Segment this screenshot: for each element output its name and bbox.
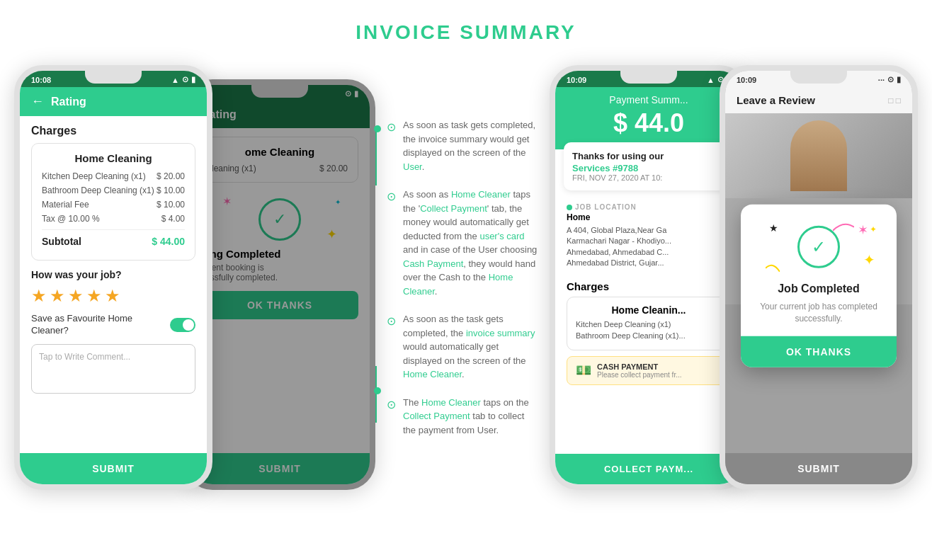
conn-line-2 <box>375 366 377 423</box>
charges-section-2: Charges Home Cleanin... Kitchen Deep Cle… <box>555 275 742 356</box>
time-3: 10:09 <box>567 76 586 84</box>
submit-button-1[interactable]: SUBMIT <box>20 453 207 484</box>
charge-row-4: Tax @ 10.00 % $ 4.00 <box>42 214 185 224</box>
status-icons-4: ··· ⊙ ▮ <box>878 75 901 84</box>
p3-service-title: Home Cleanin... <box>576 304 722 316</box>
header-title-1: Rating <box>51 96 86 108</box>
confetti-star-1: ★ <box>769 222 778 234</box>
battery-icon-2: ▮ <box>354 89 358 98</box>
payment-header: Payment Summ... $ 44.0 <box>555 87 742 149</box>
popup-title: Job Completed <box>755 282 882 295</box>
desc-1: ⊙ As soon as task gets completed, the in… <box>387 118 538 173</box>
desc-3: ⊙ As soon as the task gets completed, th… <box>387 312 538 382</box>
popup-celebration: ★ ✶ ✦ ✦ ✓ <box>755 219 882 275</box>
desc-text-1: As soon as task gets completed, the invo… <box>403 118 538 173</box>
item-name-3: Material Fee <box>42 200 89 210</box>
conn-dot-1 <box>374 125 381 132</box>
date-text: FRI, NOV 27, 2020 AT 10: <box>572 173 725 182</box>
desc-2: ⊙ As soon as Home Cleaner taps the 'Coll… <box>387 188 538 298</box>
fav-row: Save as Favourite Home Cleaner? <box>31 313 195 337</box>
desc-icon-4: ⊙ <box>387 396 396 438</box>
confetti-star-2: ✶ <box>858 222 868 238</box>
subtotal-label: Subtotal <box>42 236 81 247</box>
charges-section: Charges Home Cleaning Kitchen Deep Clean… <box>20 116 207 402</box>
notch-4 <box>790 71 847 84</box>
signal-icon-3: ▲ <box>707 76 715 84</box>
location-name: Home <box>567 212 731 222</box>
status-icons-2: ⊙ ▮ <box>345 89 358 98</box>
star-rating[interactable]: ★ ★ ★ ★ ★ <box>31 286 195 306</box>
rating-label: How was your job? <box>31 269 195 280</box>
phones-container: 10:08 ▲ ⊙ ▮ ← Rating Charges Home Cleani… <box>14 65 918 490</box>
cash-label: CASH PAYMENT <box>597 362 682 371</box>
submit-button-4[interactable]: SUBMIT <box>725 453 912 484</box>
conn-line-1 <box>375 129 377 185</box>
star-5[interactable]: ★ <box>105 286 120 306</box>
desc-icon-1: ⊙ <box>387 119 396 173</box>
location-dot <box>567 205 572 210</box>
ok-thanks-button-2[interactable]: OK THANKS <box>201 291 358 319</box>
phone-4: 10:09 ··· ⊙ ▮ Leave a Review □ □ <box>720 65 918 490</box>
charges2-title: Charges <box>567 280 731 292</box>
item-name-4: Tax @ 10.00 % <box>42 214 100 224</box>
desc-text-2: As soon as Home Cleaner taps the 'Collec… <box>403 188 538 298</box>
charge-row-2: Bathroom Deep Cleaning (x1) $ 10.00 <box>42 185 185 195</box>
cash-icon: 💵 <box>576 362 591 378</box>
desc-icon-3: ⊙ <box>387 313 396 382</box>
time-4: 10:09 <box>737 76 756 84</box>
collect-button[interactable]: COLLECT PAYM... <box>555 454 742 484</box>
desc-text-4: The Home Cleaner taps on the Collect Pay… <box>403 396 538 438</box>
item-amount-1: $ 20.00 <box>157 171 185 181</box>
popup-desc: Your current job has completed successfu… <box>755 301 882 325</box>
notch-3 <box>620 71 677 84</box>
star-2[interactable]: ★ <box>50 286 65 306</box>
fav-toggle[interactable] <box>170 318 195 332</box>
desc-4: ⊙ The Home Cleaner taps on the Collect P… <box>387 396 538 438</box>
popup-checkmark: ✓ <box>797 226 840 268</box>
confetti-blue: ✦ <box>870 224 877 234</box>
wifi-icon-4: ⊙ <box>887 75 894 84</box>
app-header-2: Rating <box>190 101 370 128</box>
middle-descriptions: ⊙ As soon as task gets completed, the in… <box>375 104 550 451</box>
battery-icon-4: ▮ <box>897 75 901 84</box>
confetti-line-1 <box>833 220 854 234</box>
charge-row-1: Kitchen Deep Cleaning (x1) $ 20.00 <box>42 171 185 181</box>
item-name-2: Bathroom Deep Cleaning (x1) <box>42 185 154 195</box>
subtotal-row: Subtotal $ 44.00 <box>42 229 185 247</box>
page-title: INVOICE SUMMARY <box>356 21 576 44</box>
review-header: Leave a Review □ □ <box>725 87 912 113</box>
phone-3: 10:09 ▲ ⊙ ▮ Payment Summ... $ 44.0 Thank… <box>550 65 748 490</box>
p3-item2: Bathroom Deep Cleaning (x1)... <box>576 331 722 340</box>
star-4[interactable]: ★ <box>86 286 102 306</box>
ok-thanks-button-4[interactable]: OK THANKS <box>741 336 897 367</box>
p2-check-area: ✓ ✶ ✦ ✦ <box>201 191 358 248</box>
review-icons: □ □ <box>888 96 901 105</box>
location-section: JOB LOCATION Home A 404, Global Plaza,Ne… <box>555 198 742 275</box>
service-num: Services #9788 <box>572 163 725 173</box>
desc-icon-2: ⊙ <box>387 188 396 298</box>
avatar-image <box>790 120 847 191</box>
item-amount-3: $ 10.00 <box>157 200 185 210</box>
p3-item1: Kitchen Deep Cleaning (x1) <box>576 320 722 328</box>
service-title: Home Cleaning <box>42 152 185 164</box>
back-arrow-1[interactable]: ← <box>31 94 44 109</box>
charges-title: Charges <box>31 125 195 137</box>
p2-booking-status: king Completed <box>201 248 358 260</box>
star-3[interactable]: ★ <box>68 286 84 306</box>
confetti-star-3: ✦ <box>863 251 875 268</box>
item-amount-2: $ 10.00 <box>157 185 185 195</box>
notch-2 <box>251 85 308 98</box>
conn-dot-2 <box>374 387 381 394</box>
notch-1 <box>85 71 142 84</box>
wifi-icon: ⊙ <box>182 75 188 84</box>
battery-icon: ▮ <box>191 75 195 84</box>
charge-row-3: Material Fee $ 10.00 <box>42 200 185 210</box>
p2-checkmark: ✓ <box>258 198 301 241</box>
star-1[interactable]: ★ <box>31 286 47 306</box>
signal-icon-4: ··· <box>878 76 885 84</box>
payment-info-box: Thanks for using our Services #9788 FRI,… <box>564 142 734 190</box>
cash-badge: 💵 CASH PAYMENT Please collect payment fr… <box>567 356 731 385</box>
confetti-line-2 <box>766 261 780 275</box>
submit-button-2[interactable]: SUBMIT <box>190 453 370 484</box>
comment-input[interactable]: Tap to Write Comment... <box>31 344 195 394</box>
